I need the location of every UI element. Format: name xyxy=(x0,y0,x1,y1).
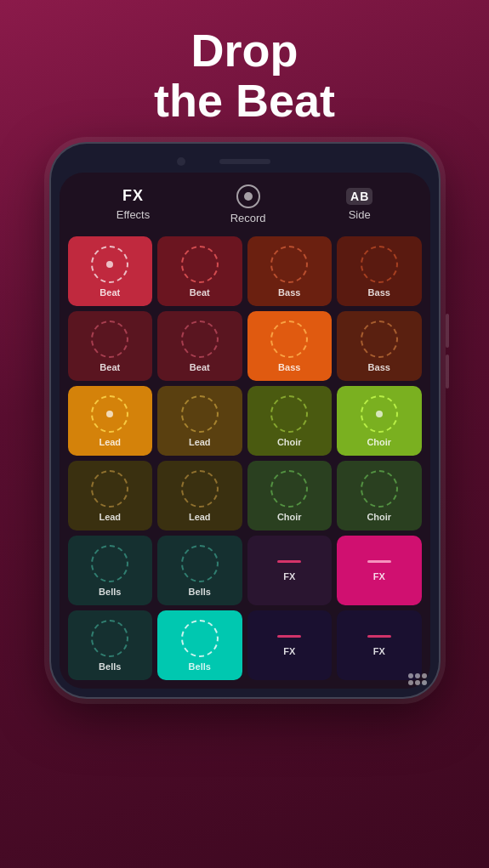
camera-dot xyxy=(177,157,185,166)
pad-fx-4[interactable]: FX xyxy=(337,610,422,680)
pad-bells-2[interactable]: Bells xyxy=(157,536,242,605)
pad-label: Bass xyxy=(278,287,300,298)
pad-circle xyxy=(270,470,308,508)
title-line1: Drop xyxy=(154,26,335,76)
pad-label: Choir xyxy=(277,512,302,522)
pad-label: Lead xyxy=(99,437,121,447)
side-button[interactable] xyxy=(446,355,449,389)
pad-label: Beat xyxy=(190,362,210,372)
pad-label: FX xyxy=(283,571,295,582)
ab-b: B xyxy=(360,190,368,203)
pad-dash xyxy=(277,635,301,638)
toolbar: FX Effects Record A B Side xyxy=(68,184,422,224)
pad-bells-1[interactable]: Bells xyxy=(68,536,153,605)
pad-bells-3[interactable]: Bells xyxy=(68,610,153,680)
pad-label: Beat xyxy=(100,287,120,298)
pad-circle xyxy=(91,321,128,358)
app-screen: FX Effects Record A B Side xyxy=(60,173,430,689)
pad-label: FX xyxy=(373,571,385,582)
pad-beat-2[interactable]: Beat xyxy=(157,236,242,306)
side-label: Side xyxy=(349,208,371,221)
pad-circle xyxy=(91,545,128,582)
pad-circle xyxy=(91,620,128,657)
pad-label: FX xyxy=(373,646,385,656)
pad-label: Lead xyxy=(189,437,211,447)
pad-choir-2[interactable]: Choir xyxy=(337,386,422,456)
effects-label: Effects xyxy=(117,208,151,221)
pad-lead-4[interactable]: Lead xyxy=(157,461,242,530)
pad-bass-3[interactable]: Bass xyxy=(247,311,333,381)
pad-lead-3[interactable]: Lead xyxy=(68,461,153,530)
pad-label: Bass xyxy=(368,362,390,372)
pad-beat-4[interactable]: Beat xyxy=(157,311,242,381)
pad-label: Choir xyxy=(367,437,391,447)
pad-circle xyxy=(361,246,398,283)
side-button[interactable] xyxy=(446,314,449,348)
pad-label: Lead xyxy=(99,512,121,522)
pad-beat-3[interactable]: Beat xyxy=(68,311,153,381)
pad-dash xyxy=(367,635,391,638)
pad-label: FX xyxy=(283,646,295,656)
pad-circle xyxy=(181,620,219,657)
pad-bass-4[interactable]: Bass xyxy=(337,311,422,381)
pad-circle xyxy=(361,321,398,358)
pad-label: Bells xyxy=(189,661,211,672)
pad-label: Beat xyxy=(100,362,120,372)
pad-circle xyxy=(361,395,398,433)
pad-choir-4[interactable]: Choir xyxy=(337,461,422,530)
record-dot xyxy=(244,192,253,201)
pad-label: Bells xyxy=(99,661,121,672)
pad-fx-3[interactable]: FX xyxy=(247,610,333,680)
pad-grid: Beat Beat Bass Bass Beat Beat xyxy=(68,236,422,680)
pad-bass-2[interactable]: Bass xyxy=(337,236,422,306)
logo-dots xyxy=(408,673,427,685)
pad-circle xyxy=(181,545,219,582)
pad-label: Bass xyxy=(278,362,300,372)
toolbar-side[interactable]: A B Side xyxy=(346,188,372,221)
ab-a: A xyxy=(350,190,359,203)
toolbar-effects[interactable]: FX Effects xyxy=(117,187,151,221)
pad-label: Choir xyxy=(367,512,391,522)
pad-label: Lead xyxy=(189,512,211,522)
pad-choir-1[interactable]: Choir xyxy=(247,386,333,456)
pad-label: Beat xyxy=(190,287,210,298)
pad-bass-1[interactable]: Bass xyxy=(247,236,333,306)
speaker-bar xyxy=(219,159,270,164)
fx-icon: FX xyxy=(122,187,144,205)
pad-circle xyxy=(270,395,308,433)
phone-top-bar xyxy=(60,159,430,164)
ab-icon: A B xyxy=(346,188,372,205)
pad-circle xyxy=(361,470,398,508)
pad-label: Bass xyxy=(368,287,390,298)
phone-frame: FX Effects Record A B Side xyxy=(49,142,441,699)
pad-fx-2[interactable]: FX xyxy=(337,536,422,605)
record-icon xyxy=(236,184,260,208)
pad-fx-1[interactable]: FX xyxy=(247,536,333,605)
pad-label: Bells xyxy=(99,587,121,597)
pad-bells-4[interactable]: Bells xyxy=(157,610,242,680)
pad-beat-1[interactable]: Beat xyxy=(68,236,153,306)
pad-choir-3[interactable]: Choir xyxy=(247,461,333,530)
pad-circle xyxy=(181,321,219,358)
title-area: Drop the Beat xyxy=(154,0,335,127)
title-line2: the Beat xyxy=(154,76,335,126)
pad-label: Bells xyxy=(189,587,211,597)
pad-circle xyxy=(181,470,219,508)
pad-circle xyxy=(270,321,308,358)
pad-dash xyxy=(367,560,391,563)
pad-label: Choir xyxy=(277,437,302,447)
pad-circle xyxy=(181,395,219,433)
pad-circle xyxy=(181,246,219,283)
side-buttons xyxy=(446,314,449,389)
pad-circle xyxy=(91,395,128,433)
record-label: Record xyxy=(230,212,266,224)
pad-lead-2[interactable]: Lead xyxy=(157,386,242,456)
pad-circle xyxy=(91,470,128,508)
pad-circle xyxy=(270,246,308,283)
pad-lead-1[interactable]: Lead xyxy=(68,386,153,456)
pad-dash xyxy=(277,560,301,563)
pad-circle xyxy=(91,246,128,283)
logo-area xyxy=(408,673,427,685)
toolbar-record[interactable]: Record xyxy=(230,184,266,224)
